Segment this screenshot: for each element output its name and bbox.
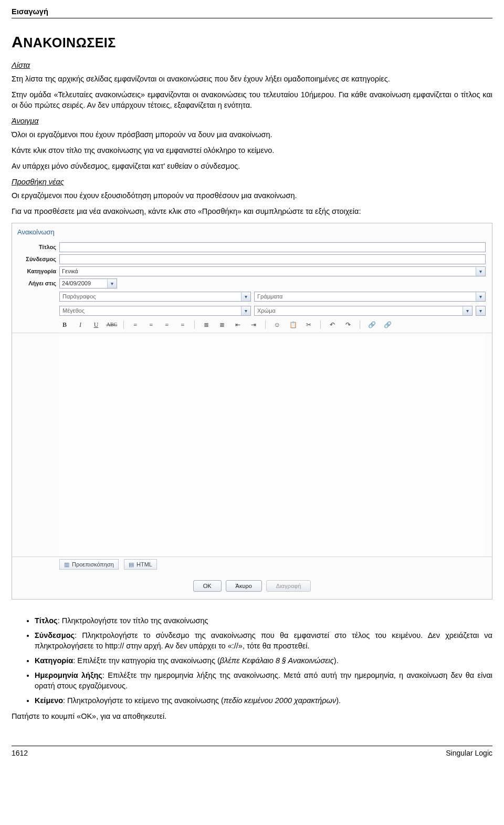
html-tab-label: HTML [136,561,152,569]
label-link: Σύνδεσμος [18,255,56,263]
preview-tab-label: Προεπισκόπηση [72,561,114,569]
align-center-button[interactable]: ≡ [146,320,156,329]
subsection-prosthiki: Προσθήκη νέας [12,177,492,187]
list-item: Ημερομηνία λήξης: Επιλέξτε την ημερομηνί… [35,670,492,691]
chevron-down-icon: ▾ [476,292,485,301]
body-text: Οι εργαζόμενοι που έχουν εξουσιοδότηση μ… [12,190,492,201]
divider [265,321,266,329]
outdent-button[interactable]: ⇤ [233,320,243,329]
list-item: Σύνδεσμος: Πληκτρολογήστε το σύνδεσμο τη… [35,630,492,651]
body-text: Στην ομάδα «Τελευταίες ανακοινώσεις» εμφ… [12,89,492,110]
link-button[interactable]: 🔗 [366,320,377,329]
unordered-list-button[interactable]: ≣ [217,320,227,329]
redo-button[interactable]: ↷ [343,320,353,329]
align-justify-button[interactable]: ≡ [177,320,188,329]
page-footer: 1612 Singular Logic [12,746,492,758]
html-icon: ▤ [129,561,134,569]
body-text: Όλοι οι εργαζόμενοι που έχουν πρόσβαση μ… [12,129,492,140]
drop-cap: Α [12,33,23,50]
italic-button[interactable]: I [75,320,86,329]
label-expires: Λήγει στις [18,280,56,287]
footer-brand: Singular Logic [446,748,492,758]
category-value: Γενικά [60,267,80,275]
divider [320,321,321,329]
paragraph-select[interactable]: Παράγραφος ▾ [59,292,251,302]
cut-button[interactable]: ✂ [303,320,314,329]
expires-value: 24/09/2009 [60,280,93,287]
align-left-button[interactable]: ≡ [130,320,141,329]
announcement-form-screenshot: Ανακοίνωση Τίτλος Σύνδεσμος Κατηγορία Γε… [12,223,492,600]
divider [123,321,124,329]
category-select[interactable]: Γενικά ▾ [59,266,486,276]
list-item: Κείμενο: Πληκτρολογήστε το κείμενο της α… [35,695,492,706]
editor-textarea[interactable] [59,333,486,556]
paste-button[interactable]: 📋 [288,320,298,329]
subsection-anoigma: Άνοιγμα [12,116,492,126]
body-text: Κάντε κλικ στον τίτλο της ανακοίνωσης γι… [12,145,492,156]
font-select[interactable]: Γράμματα ▾ [254,292,486,302]
undo-button[interactable]: ↶ [327,320,338,329]
size-select[interactable]: Μέγεθος ▾ [59,306,251,316]
unlink-button[interactable]: 🔗 [382,320,393,329]
closing-text: Πατήστε το κουμπί «ΟΚ», για να αποθηκευτ… [12,711,492,721]
emoji-button[interactable]: ☺ [272,320,282,329]
page-number: 1612 [12,748,28,758]
chevron-down-icon: ▾ [463,306,472,315]
bold-button[interactable]: B [59,320,70,329]
indent-button[interactable]: ⇥ [248,320,259,329]
chevron-down-icon: ▾ [241,306,250,315]
color-swatch-button[interactable]: ▾ [476,306,486,316]
label-title: Τίτλος [18,243,56,251]
preview-icon: ▥ [64,561,69,569]
cancel-button[interactable]: Άκυρο [226,580,262,592]
section-title-rest: ΝΑΚΟΙΝΩΣΕΙΣ [23,35,116,50]
html-tab[interactable]: ▤ HTML [124,559,157,570]
chevron-down-icon: ▾ [107,279,117,288]
ok-button[interactable]: OK [193,580,222,592]
panel-title: Ανακοίνωση [12,223,492,241]
preview-tab[interactable]: ▥ Προεπισκόπηση [59,559,119,570]
editor-toolbar: B I U ABC ≡ ≡ ≡ ≡ ≣ ≣ ⇤ ⇥ ☺ 📋 ✂ ↶ ↷ 🔗 🔗 [12,318,492,333]
align-right-button[interactable]: ≡ [162,320,172,329]
ordered-list-button[interactable]: ≣ [201,320,212,329]
list-item: Τίτλος: Πληκτρολογήστε τον τίτλο της ανα… [35,615,492,626]
section-title: ΑΝΑΚΟΙΝΩΣΕΙΣ [12,31,492,53]
font-label: Γράμματα [255,293,285,301]
delete-button: Διαγραφή [266,580,311,592]
title-input[interactable] [59,242,486,252]
divider [194,321,195,329]
size-label: Μέγεθος [60,307,87,315]
subsection-lista: Λίστα [12,60,492,70]
strike-button[interactable]: ABC [107,320,117,329]
expires-date-input[interactable]: 24/09/2009 ▾ [59,279,117,288]
label-category: Κατηγορία [18,267,56,275]
link-input[interactable] [59,254,486,264]
field-description-list: Τίτλος: Πληκτρολογήστε τον τίτλο της ανα… [12,615,492,706]
underline-button[interactable]: U [91,320,101,329]
body-text: Στη λίστα της αρχικής σελίδας εμφανίζοντ… [12,74,492,84]
page-header: Εισαγωγή [12,6,492,18]
chevron-down-icon: ▾ [476,267,485,276]
divider [360,321,360,329]
paragraph-label: Παράγραφος [60,293,99,301]
chevron-down-icon: ▾ [241,292,250,301]
body-text: Αν υπάρχει μόνο σύνδεσμος, εμφανίζεται κ… [12,161,492,171]
color-label: Χρώμα [255,307,278,315]
list-item: Κατηγορία: Επιλέξτε την κατηγορία της αν… [35,655,492,666]
body-text: Για να προσθέσετε μια νέα ανακοίνωση, κά… [12,206,492,216]
color-select[interactable]: Χρώμα ▾ [254,306,472,316]
